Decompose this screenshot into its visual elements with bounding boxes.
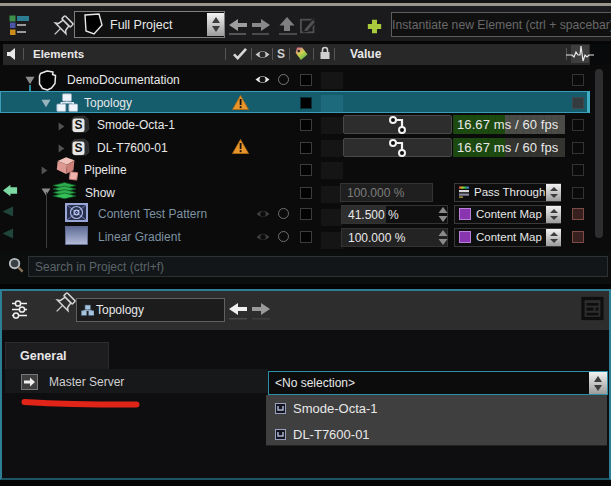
svg-text:S: S — [74, 118, 82, 132]
svg-text:S: S — [74, 141, 82, 155]
